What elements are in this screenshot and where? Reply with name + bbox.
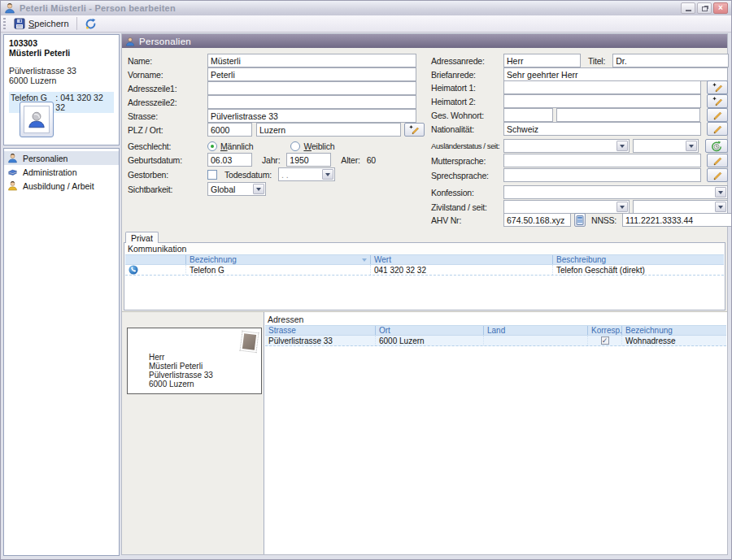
strasse-input[interactable]: [207, 109, 416, 123]
ort-input[interactable]: [256, 123, 401, 137]
titlebar: Peterli Müsterli - Person bearbeiten ×: [1, 1, 731, 15]
sidebar-item-administration[interactable]: Administration: [4, 165, 119, 179]
heimatort2-lookup-button[interactable]: [707, 94, 728, 108]
kommunikation-title: Kommunikation: [128, 244, 186, 254]
refresh-icon: [85, 18, 97, 30]
calculator-icon: [575, 215, 585, 226]
envelope-line: Pülverlistrasse 33: [149, 371, 213, 380]
muttersprache-edit-button[interactable]: [707, 154, 728, 167]
sprechsprache-edit-button[interactable]: [707, 168, 728, 182]
sichtbarkeit-combo[interactable]: Global: [207, 182, 266, 196]
column-header-strasse[interactable]: Strasse: [265, 326, 375, 335]
briefanrede-label: Briefanrede:: [431, 70, 503, 80]
chevron-down-icon: [322, 169, 333, 180]
nationalitaet-input[interactable]: [503, 122, 701, 136]
sprechsprache-input[interactable]: [503, 168, 701, 182]
briefanrede-input[interactable]: [503, 67, 728, 81]
muttersprache-input[interactable]: [503, 154, 701, 167]
geschlecht-label: Geschlecht:: [128, 141, 207, 151]
section-nav: Personalien Administration Ausbildung / …: [3, 148, 120, 556]
maennlich-radio[interactable]: [207, 141, 217, 151]
column-header-bezeichnung[interactable]: Bezeichnung: [621, 326, 726, 335]
column-header-label: Land: [487, 326, 505, 335]
refresh-button[interactable]: [80, 16, 102, 31]
sidebar-item-ausbildung-arbeit[interactable]: Ausbildung / Arbeit: [4, 179, 119, 193]
ahv-input[interactable]: [503, 213, 571, 227]
nationalitaet-label: Nationalität:: [431, 124, 503, 134]
muttersprache-label: Muttersprache:: [431, 156, 503, 166]
weiblich-radio[interactable]: [290, 141, 300, 151]
nnss-input[interactable]: [622, 213, 732, 227]
window-title: Peterli Müsterli - Person bearbeiten: [20, 3, 176, 13]
todesdatum-combo[interactable]: . .: [278, 167, 335, 181]
vorname-input[interactable]: [207, 67, 416, 81]
sidebar-item-personalien[interactable]: Personalien: [4, 151, 119, 165]
save-icon: [14, 18, 25, 29]
plz-input[interactable]: [207, 123, 252, 137]
column-header-bezeichnung[interactable]: Bezeichnung: [185, 255, 370, 264]
kommunikation-panel: Kommunikation Bezeichnung Wert Beschreib…: [124, 242, 725, 310]
heimatort2-input[interactable]: [503, 94, 701, 108]
adresszeile1-input[interactable]: [207, 81, 416, 95]
name-input[interactable]: [207, 54, 416, 67]
titel-input[interactable]: [612, 54, 729, 67]
pencil-icon: [711, 155, 724, 167]
cell-bezeichnung: Wohnadresse: [621, 336, 726, 345]
person-city: 6000 Luzern: [9, 76, 114, 85]
gestorben-checkbox[interactable]: [207, 170, 217, 180]
toolbar-grip[interactable]: [3, 18, 6, 29]
save-button[interactable]: Speichern: [9, 16, 74, 31]
zivilstand-label: Zivilstand / seit:: [431, 202, 503, 212]
heimatort1-label: Heimatort 1:: [431, 83, 503, 93]
envelope-line: Müsterli Peterli: [149, 362, 213, 371]
photo-button[interactable]: [20, 102, 54, 137]
column-header-wert[interactable]: Wert: [370, 255, 552, 264]
icon-column-header[interactable]: [125, 255, 185, 264]
table-row[interactable]: Telefon G 041 320 32 32 Telefon Geschäft…: [125, 265, 724, 276]
heimatort1-lookup-button[interactable]: [707, 80, 728, 94]
ahv-check-button[interactable]: [574, 213, 586, 227]
person-icon: [125, 37, 135, 46]
ort-lookup-button[interactable]: [404, 123, 425, 137]
nnss-label: NNSS:: [591, 215, 617, 225]
adressen-section: Adressen Strasse Ort Land Korresp: [122, 311, 727, 554]
ges-wohnort-edit-button[interactable]: [707, 108, 728, 122]
magic-wand-icon: [711, 82, 724, 93]
tab-privat[interactable]: Privat: [125, 232, 159, 243]
cell-ort: 6000 Luzern: [375, 336, 483, 345]
konfession-combo[interactable]: [503, 185, 728, 199]
table-row[interactable]: Pülverlistrasse 33 6000 Luzern ✓ Wohnadr…: [265, 336, 726, 346]
pencil-icon: [711, 110, 724, 121]
close-button[interactable]: ×: [713, 2, 728, 14]
jahr-input[interactable]: [286, 153, 331, 167]
auslaenderstatus-combo[interactable]: [503, 139, 630, 153]
ges-wohnort-label: Ges. Wohnort:: [431, 111, 503, 120]
ges-wohnort-ort-input[interactable]: [556, 108, 700, 122]
row-icon-cell: [125, 265, 185, 275]
zivilstand-combo[interactable]: [503, 200, 630, 214]
column-header-korrespondenz[interactable]: Korresp...: [587, 326, 621, 335]
column-header-ort[interactable]: Ort: [375, 326, 483, 335]
adressanrede-input[interactable]: [503, 54, 581, 67]
adresszeile1-label: Adresszeile1:: [128, 84, 207, 93]
zivilstand-seit-combo[interactable]: [633, 200, 728, 214]
person-icon: [7, 153, 18, 163]
gestorben-label: Gestorben:: [128, 170, 207, 180]
adressen-table-header: Strasse Ort Land Korresp... Bezeichnung: [265, 325, 726, 336]
auslaenderstatus-history-button[interactable]: [705, 139, 728, 153]
chevron-down-icon: [253, 184, 264, 194]
geburtsdatum-input[interactable]: [207, 153, 252, 167]
tab-privat-label: Privat: [131, 233, 153, 243]
restore-button[interactable]: [697, 2, 712, 14]
nationalitaet-edit-button[interactable]: [707, 122, 728, 136]
auslaenderstatus-seit-combo[interactable]: [633, 139, 699, 153]
minimize-button[interactable]: [681, 2, 695, 14]
column-header-land[interactable]: Land: [483, 326, 587, 335]
adresszeile2-input[interactable]: [207, 95, 416, 109]
heimatort1-input[interactable]: [503, 80, 701, 94]
titel-label: Titel:: [588, 56, 605, 66]
cell-strasse: Pülverlistrasse 33: [265, 336, 375, 345]
ges-wohnort-plz-input[interactable]: [503, 108, 553, 122]
column-header-beschreibung[interactable]: Beschreibung: [552, 255, 724, 264]
korrespondenz-checkbox[interactable]: ✓: [601, 336, 609, 345]
